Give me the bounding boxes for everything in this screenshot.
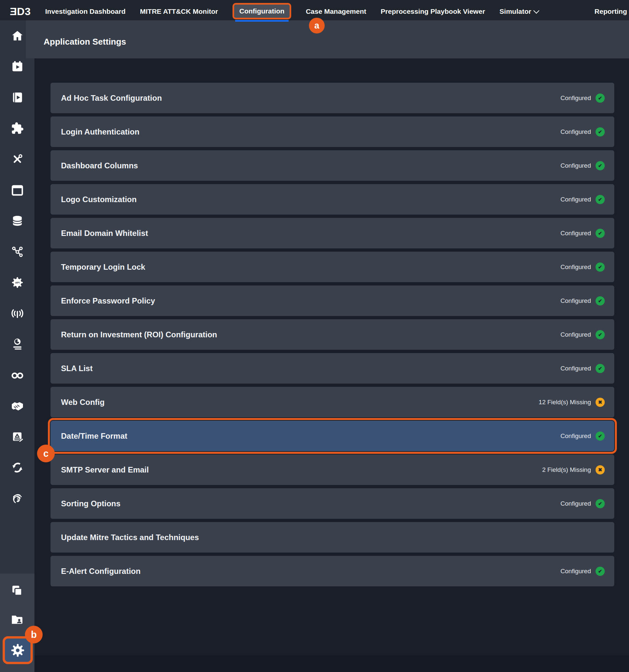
settings-row-title: Return on Investment (ROI) Configuration xyxy=(61,330,217,339)
tab-label: Investigation Dashboard xyxy=(45,7,126,16)
settings-row[interactable]: Email Domain WhitelistConfigured✔ xyxy=(51,218,614,248)
page-title: Application Settings xyxy=(44,37,126,47)
status-text: Configured xyxy=(560,432,591,440)
gear-icon xyxy=(10,643,25,658)
check-circle-icon: ✔ xyxy=(596,330,605,339)
top-navbar: ƎD3 Investigation DashboardMITRE ATT&CK … xyxy=(0,0,629,20)
settings-panel: Ad Hoc Task ConfigurationConfigured✔Logi… xyxy=(34,58,629,655)
settings-row-title: Web Config xyxy=(61,398,105,407)
settings-row-title: Update Mitre Tactics and Techniques xyxy=(61,533,199,542)
event-intake-antenna-icon[interactable] xyxy=(10,307,24,320)
check-circle-icon: ✔ xyxy=(596,263,605,272)
check-circle-icon: ✔ xyxy=(596,229,605,238)
row-status: Configured✔ xyxy=(560,263,605,272)
api-gear-icon[interactable]: API xyxy=(10,275,24,289)
tab-preprocessing-playbook-viewer[interactable]: Preprocessing Playbook Viewer xyxy=(381,7,485,16)
status-text: 12 Field(s) Missing xyxy=(539,399,591,406)
calendar-icon[interactable] xyxy=(10,183,24,197)
settings-row[interactable]: Sorting OptionsConfigured✔ xyxy=(51,488,614,519)
check-circle-icon: ✔ xyxy=(596,296,605,306)
settings-row[interactable]: Ad Hoc Task ConfigurationConfigured✔ xyxy=(51,83,614,113)
tab-investigation-dashboard[interactable]: Investigation Dashboard xyxy=(45,7,126,16)
d3-logo[interactable]: ƎD3 xyxy=(10,6,31,17)
status-text: Configured xyxy=(560,128,591,136)
settings-row-title: Ad Hoc Task Configuration xyxy=(61,94,162,103)
settings-row[interactable]: Dashboard ColumnsConfigured✔ xyxy=(51,150,614,181)
home-icon[interactable] xyxy=(10,29,24,43)
settings-row[interactable]: E-Alert ConfigurationConfigured✔ xyxy=(51,556,614,586)
settings-row[interactable]: Date/Time FormatConfigured✔ xyxy=(51,421,614,451)
check-circle-icon: ✔ xyxy=(596,127,605,137)
tab-simulator[interactable]: Simulator xyxy=(500,7,538,16)
settings-row[interactable]: Web Config12 Field(s) Missing✖ xyxy=(51,387,614,417)
geo-ip-globe-icon[interactable] xyxy=(10,337,24,351)
settings-row-title: Enforce Password Policy xyxy=(61,296,155,306)
binoculars-icon[interactable] xyxy=(10,368,24,382)
check-circle-icon: ✔ xyxy=(596,161,605,170)
link-analysis-icon[interactable] xyxy=(10,245,24,259)
settings-row[interactable]: SMTP Server and Email2 Field(s) Missing✖ xyxy=(51,454,614,485)
settings-row-title: Logo Customization xyxy=(61,195,137,204)
row-status: Configured✔ xyxy=(560,229,605,238)
settings-row-title: SMTP Server and Email xyxy=(61,465,149,475)
integrations-puzzle-icon[interactable] xyxy=(10,121,24,135)
row-status: Configured✔ xyxy=(560,567,605,576)
status-text: Configured xyxy=(560,500,591,507)
row-status: Configured✔ xyxy=(560,195,605,204)
row-status: Configured✔ xyxy=(560,330,605,339)
status-text: Configured xyxy=(560,230,591,237)
status-text: Configured xyxy=(560,95,591,102)
sync-icon[interactable] xyxy=(10,461,24,475)
status-text: Configured xyxy=(560,162,591,169)
annotation-badge-c: c xyxy=(37,445,55,462)
status-text: Configured xyxy=(560,297,591,305)
tab-label: Reporting xyxy=(595,7,627,16)
incident-report-icon[interactable] xyxy=(10,430,24,443)
tab-reporting[interactable]: Reporting xyxy=(595,7,627,16)
x-circle-icon: ✖ xyxy=(596,465,605,475)
settings-row[interactable]: Update Mitre Tactics and Techniques xyxy=(51,522,614,553)
row-status: Configured✔ xyxy=(560,499,605,508)
row-status: 12 Field(s) Missing✖ xyxy=(539,398,605,407)
settings-row-title: Date/Time Format xyxy=(61,431,127,441)
row-status: Configured✔ xyxy=(560,161,605,170)
settings-row-title: Email Domain Whitelist xyxy=(61,229,148,238)
check-circle-icon: ✔ xyxy=(596,94,605,103)
application-settings-screen: API xyxy=(0,0,629,672)
row-status: Configured✔ xyxy=(560,431,605,441)
settings-row[interactable]: SLA ListConfigured✔ xyxy=(51,353,614,384)
status-text: Configured xyxy=(560,331,591,338)
settings-row-title: Dashboard Columns xyxy=(61,161,138,170)
svg-text:API: API xyxy=(15,281,19,284)
tab-case-management[interactable]: Case Management xyxy=(306,7,366,16)
copy-windows-icon[interactable] xyxy=(10,584,24,598)
status-text: Configured xyxy=(560,196,591,203)
partners-handshake-icon[interactable] xyxy=(10,399,24,413)
settings-row[interactable]: Temporary Login LockConfigured✔ xyxy=(51,252,614,282)
settings-row[interactable]: Enforce Password PolicyConfigured✔ xyxy=(51,286,614,316)
status-text: Configured xyxy=(560,263,591,271)
settings-row[interactable]: Logo CustomizationConfigured✔ xyxy=(51,184,614,215)
settings-row-title: E-Alert Configuration xyxy=(61,567,141,576)
chevron-down-icon xyxy=(533,7,539,14)
settings-row[interactable]: Login AuthenticationConfigured✔ xyxy=(51,117,614,147)
settings-row-title: Temporary Login Lock xyxy=(61,263,145,272)
status-text: Configured xyxy=(560,568,591,575)
annotation-badge-b: b xyxy=(25,626,43,644)
nav-tabs: Investigation DashboardMITRE ATT&CK Moni… xyxy=(45,6,627,19)
tab-mitre-att-ck-monitor[interactable]: MITRE ATT&CK Monitor xyxy=(140,7,218,16)
tab-label: Simulator xyxy=(500,7,531,16)
database-icon[interactable] xyxy=(10,214,24,228)
row-status: Configured✔ xyxy=(560,364,605,373)
utility-tools-icon[interactable] xyxy=(10,152,24,166)
check-circle-icon: ✔ xyxy=(596,431,605,441)
playbook-library-icon[interactable] xyxy=(10,91,24,104)
fingerprint-icon[interactable] xyxy=(10,491,24,505)
settings-row-title: Login Authentication xyxy=(61,127,140,137)
tab-label: Case Management xyxy=(306,7,366,16)
settings-row[interactable]: Return on Investment (ROI) Configuration… xyxy=(51,319,614,350)
case-folders-icon[interactable] xyxy=(10,613,24,626)
annotation-badge-a: a xyxy=(309,18,325,33)
tab-configuration[interactable]: Configuration xyxy=(232,3,292,19)
scheduled-playbooks-icon[interactable] xyxy=(10,60,24,73)
